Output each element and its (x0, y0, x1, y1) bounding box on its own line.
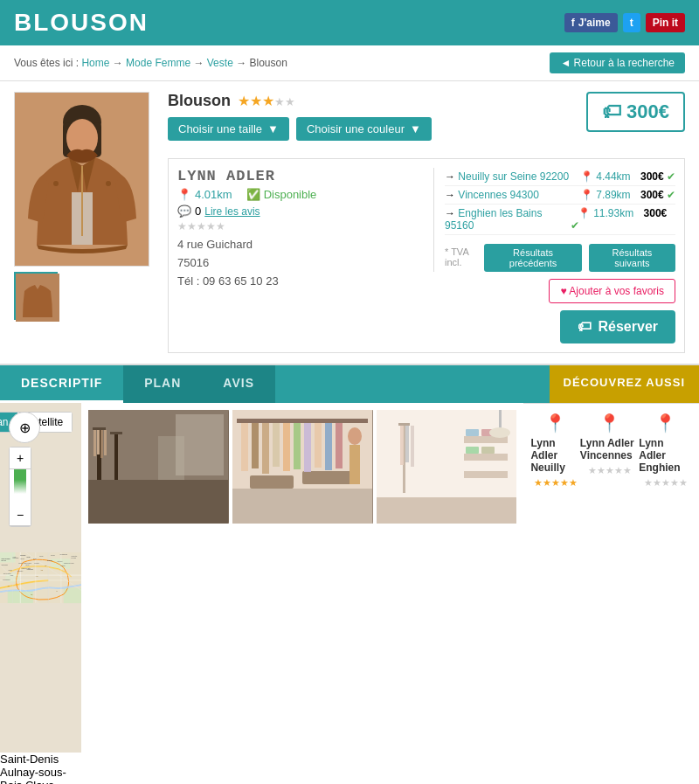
stars-empty: ★★ (274, 95, 295, 108)
store-pin-neuilly: 📍 Lynn Adler Neuilly ★★★★★ (530, 413, 579, 784)
svg-rect-71 (104, 430, 107, 455)
svg-rect-65 (93, 427, 106, 430)
chevron-down-icon-2: ▼ (410, 122, 421, 135)
svg-rect-107 (481, 447, 495, 454)
tab-plan[interactable]: PLAN (123, 365, 202, 403)
product-info: Blouson ★★★★★ Choisir une taille ▼ Chois… (168, 92, 685, 353)
price-box: 🏷 300€ (586, 92, 685, 132)
discover-tab: DÉCOUVREZ AUSSI (550, 365, 699, 403)
svg-text:N10: N10 (31, 594, 33, 595)
svg-rect-104 (466, 429, 479, 436)
svg-point-90 (348, 427, 362, 445)
other-store-dist-1: 📍 4.44km (580, 170, 631, 183)
other-store-link-2[interactable]: Vincennes 94300 (458, 189, 539, 201)
svg-point-109 (489, 427, 510, 438)
comment-icon: 💬 (177, 205, 191, 218)
svg-text:Ecouen: Ecouen (51, 555, 55, 556)
svg-rect-83 (273, 423, 280, 467)
other-store-3: → Enghien les Bains 95160 📍 11.93km 300€… (445, 205, 675, 235)
svg-rect-77 (250, 475, 294, 489)
store-section: LYNN ADLER 📍 4.01km ✅ Disponible 💬 0 Lir… (168, 158, 685, 353)
product-thumbnail[interactable] (14, 272, 58, 320)
tab-avis[interactable]: AVIS (202, 365, 275, 403)
other-stores: → Neuilly sur Seine 92200 📍 4.44km 300€ … (433, 168, 675, 272)
svg-text:Gargenville: Gargenville (1, 565, 7, 565)
svg-text:Gonesse: Gonesse (47, 560, 52, 561)
breadcrumb-bar: Vous êtes ici : Home → Mode Femme → Vest… (0, 45, 699, 81)
svg-rect-97 (398, 423, 410, 426)
other-store-dist-2: 📍 7.89km (580, 189, 631, 201)
add-to-favorites-button[interactable]: ♥ Ajouter à vos favoris (549, 279, 675, 303)
map-compass[interactable]: ⊕ (9, 412, 40, 443)
size-selector[interactable]: Choisir une taille ▼ (168, 117, 289, 141)
pinterest-button[interactable]: Pin it (646, 13, 685, 32)
svg-rect-91 (350, 445, 360, 484)
svg-text:Cergy: Cergy (27, 557, 31, 558)
svg-rect-67 (110, 432, 122, 434)
available-icon-1: ✔ (667, 170, 675, 183)
svg-rect-95 (377, 497, 516, 524)
svg-rect-98 (400, 426, 404, 465)
store-left: LYNN ADLER 📍 4.01km ✅ Disponible 💬 0 Lir… (177, 168, 419, 343)
zoom-out-button[interactable]: − (10, 504, 31, 526)
product-images (14, 92, 154, 353)
svg-text:Pontoise: Pontoise (20, 555, 25, 556)
store-photo-3[interactable] (377, 410, 517, 524)
svg-text:Goussainville: Goussainville (59, 554, 67, 555)
other-store-link-3[interactable]: Enghien les Bains 95160 (445, 207, 542, 232)
tab-descriptif[interactable]: DESCRIPTIF (0, 365, 123, 403)
zoom-in-button[interactable]: + (10, 448, 31, 469)
svg-rect-100 (411, 426, 414, 467)
store-photo-2[interactable] (232, 410, 373, 524)
svg-rect-86 (304, 423, 311, 472)
chevron-down-icon: ▼ (267, 122, 279, 135)
breadcrumb-mode-femme[interactable]: Mode Femme (126, 57, 190, 69)
svg-text:Saint-Germain-: Saint-Germain- (1, 559, 10, 559)
product-price: 300€ (626, 101, 669, 123)
next-results-button[interactable]: Résultats suivants (589, 244, 675, 272)
svg-text:en-Goële: en-Goële (72, 558, 77, 559)
reviews-link[interactable]: Lire les avis (204, 205, 260, 218)
svg-text:Eragny: Eragny (33, 559, 37, 559)
svg-rect-63 (88, 480, 228, 524)
svg-text:Poissy: Poissy (10, 575, 14, 576)
product-section: Blouson ★★★★★ Choisir une taille ▼ Chois… (0, 81, 699, 365)
tabs-bar: DESCRIPTIF PLAN AVIS DÉCOUVREZ AUSSI (0, 365, 699, 403)
page-header: BLOUSON f J'aime t Pin it (0, 0, 699, 45)
available-icon-3: ✔ (571, 219, 579, 232)
prev-results-button[interactable]: Résultats précédents (484, 244, 582, 272)
product-name: Blouson (168, 92, 231, 110)
social-buttons: f J'aime t Pin it (564, 13, 685, 32)
store-photo-1[interactable] (88, 410, 229, 524)
location-pin-green-icon: 📍 (544, 413, 566, 434)
store-pin-enghien: 📍 Lynn Adler Enghien ★★★★★ (639, 413, 692, 784)
reserve-icon: 🏷 (578, 319, 592, 335)
store-pin-vincennes-stars: ★★★★★ (588, 465, 632, 476)
svg-text:Radegonde: Radegonde (13, 558, 19, 559)
svg-rect-81 (252, 423, 259, 468)
other-store-link-1[interactable]: Neuilly sur Seine 92200 (458, 170, 569, 183)
breadcrumb-home[interactable]: Home (81, 57, 109, 69)
store-distance: 📍 4.01km (177, 188, 232, 201)
product-main-image (14, 92, 149, 267)
back-to-search-button[interactable]: ◄ Retour à la recherche (550, 52, 685, 73)
color-selector[interactable]: Choisir une couleur ▼ (296, 117, 432, 141)
svg-rect-89 (336, 423, 343, 468)
svg-text:Tremblay-en-France: Tremblay-en-France (64, 563, 74, 564)
location-pin-orange-icon: 📍 (599, 413, 620, 434)
zoom-slider[interactable] (14, 469, 26, 504)
svg-rect-68 (93, 430, 96, 456)
check-circle-icon: ✅ (246, 188, 260, 201)
svg-text:Herblay: Herblay (25, 565, 30, 565)
facebook-like-button[interactable]: f J'aime (564, 13, 618, 32)
reserve-button[interactable]: 🏷 Réserver (560, 310, 676, 343)
breadcrumb: Vous êtes ici : Home → Mode Femme → Vest… (14, 57, 287, 69)
store-name: LYNN ADLER (177, 168, 419, 184)
map-pin-icon: 📍 (177, 188, 191, 201)
svg-rect-76 (232, 489, 372, 524)
breadcrumb-veste[interactable]: Veste (207, 57, 233, 69)
svg-rect-69 (97, 430, 100, 454)
twitter-button[interactable]: t (623, 13, 640, 32)
other-store-dist-3: 📍 11.93km (578, 207, 633, 219)
svg-rect-82 (262, 423, 269, 474)
